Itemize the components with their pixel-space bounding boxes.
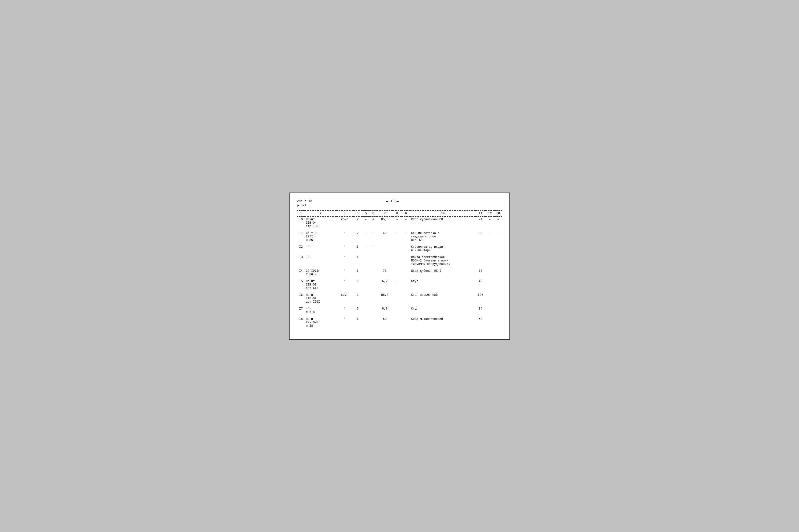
cell-0-11: – [486, 216, 494, 229]
cell-3-10 [475, 254, 486, 266]
cell-7-10: 84 [475, 306, 486, 315]
th-11: II [475, 210, 486, 216]
cell-4-5 [370, 268, 377, 277]
cell-5-2: " [336, 279, 353, 290]
header-line2: р 8-I [297, 203, 312, 208]
cell-6-11 [486, 292, 494, 304]
cell-7-2: " [336, 306, 353, 315]
cell-5-0: I5 [297, 279, 305, 290]
cell-2-10 [475, 244, 486, 253]
cell-0-8: – [402, 216, 410, 229]
cell-4-7 [393, 268, 402, 277]
th-2: 2 [305, 210, 336, 216]
cell-5-1: Пр-нт IIB-0I арт 6I3 [305, 279, 336, 290]
column-headers: I 2 3 4 5 6 7 8 9 I0 II I2 I8 [297, 210, 502, 216]
cell-1-5: – [370, 231, 377, 242]
cell-8-7 [393, 317, 402, 328]
th-5: 5 [362, 210, 370, 216]
cell-6-2: комп [336, 292, 353, 304]
spacer-row [297, 315, 502, 317]
cell-4-10: 78 [475, 268, 486, 277]
cell-8-6: 50 [377, 317, 393, 328]
cell-5-8 [402, 279, 410, 290]
cell-6-5 [370, 292, 377, 304]
cell-4-4 [362, 268, 370, 277]
cell-2-4: – [362, 244, 370, 253]
cell-2-3: I [353, 244, 362, 253]
th-8: 8 [393, 210, 402, 216]
cell-2-12 [494, 244, 502, 253]
cell-5-3: 6 [353, 279, 362, 290]
cell-7-3: 5 [353, 306, 362, 315]
cell-5-10: 40 [475, 279, 486, 290]
cell-1-8: – [402, 231, 410, 242]
cell-4-2: " [336, 268, 353, 277]
cell-6-8 [402, 292, 410, 304]
cell-3-2: " [336, 254, 353, 266]
table-wrapper: I 2 3 4 5 6 7 8 9 I0 II I2 I8 I0Пр-нт II… [297, 210, 502, 328]
cell-8-4 [362, 317, 370, 328]
cell-2-11 [486, 244, 494, 253]
spacer-row [297, 277, 502, 279]
cell-5-4 [362, 279, 370, 290]
spacer-row [297, 229, 502, 231]
cell-7-11 [486, 306, 494, 315]
spacer-row [297, 253, 502, 254]
cell-0-6: 85,8 [377, 216, 393, 229]
spacer-row [297, 304, 502, 306]
cell-7-9: Стул [410, 306, 475, 315]
cell-6-12 [494, 292, 502, 304]
cell-8-9: Сейф металлический [410, 317, 475, 328]
th-10: I0 [410, 210, 475, 216]
cell-3-12 [494, 254, 502, 266]
cell-0-10: 7I [475, 216, 486, 229]
cell-4-6: 78 [377, 268, 393, 277]
table-row: I7-"- п 6I8"56,7Стул84 [297, 306, 502, 315]
cell-8-11 [486, 317, 494, 328]
header-area: 284-5-I8 р 8-I — I50— [297, 199, 502, 208]
cell-4-0: I4 [297, 268, 305, 277]
header-center: — I50— [312, 199, 472, 203]
cell-3-11 [486, 254, 494, 266]
cell-7-12 [494, 306, 502, 315]
th-9: 9 [402, 210, 410, 216]
cell-7-8 [402, 306, 410, 315]
table-row: I3-"-"IПлита электрическая ПЭСМ-2 (учтен… [297, 254, 502, 266]
th-3: 3 [336, 210, 353, 216]
cell-5-9: Стул [410, 279, 475, 290]
table-row: I6Пр-нт IIB-0I арт I50Iкомп385,8Стол пис… [297, 292, 502, 304]
table-row: I0Пр-нт IIB-04 стр I50Iкомп2–#85,8––Стол… [297, 216, 502, 229]
cell-8-12 [494, 317, 502, 328]
cell-8-1: Пр-нт 29-I0-0I п 28 [305, 317, 336, 328]
cell-0-7: – [393, 216, 402, 229]
cell-3-0: I3 [297, 254, 305, 266]
cell-5-6: 6,7 [377, 279, 393, 290]
th-6: 6 [370, 210, 377, 216]
spacer-row [297, 266, 502, 268]
table-row: IIСб т 8 I97I г п 86"2––40––Секция-встав… [297, 231, 502, 242]
cell-8-8 [402, 317, 410, 328]
cell-4-11 [486, 268, 494, 277]
cell-1-1: Сб т 8 I97I г п 86 [305, 231, 336, 242]
cell-5-12 [494, 279, 502, 290]
cell-1-3: 2 [353, 231, 362, 242]
cell-0-4: – [362, 216, 370, 229]
table-row: I4Сб I97Iг т 3п 9"I78Шкаф д/белья ЖБ-I78 [297, 268, 502, 277]
cell-4-9: Шкаф д/белья ЖБ-I [410, 268, 475, 277]
table-row: I5Пр-нт IIB-0I арт 6I3"66,7–Стул40 [297, 279, 502, 290]
cell-3-1: -"- [305, 254, 336, 266]
cell-3-9: Плита электрическая ПЭСМ-2 (учтены в мон… [410, 254, 475, 266]
table-row: I2-"-"I––Стерилизатор-входит в инвентарь [297, 244, 502, 253]
cell-1-6: 40 [377, 231, 393, 242]
cell-2-1: -"- [305, 244, 336, 253]
cell-2-6 [377, 244, 393, 253]
cell-2-0: I2 [297, 244, 305, 253]
spacer-row [297, 290, 502, 292]
cell-8-3: I [353, 317, 362, 328]
cell-8-0: I8 [297, 317, 305, 328]
cell-6-10: I06 [475, 292, 486, 304]
cell-2-5: – [370, 244, 377, 253]
cell-2-2: " [336, 244, 353, 253]
cell-0-1: Пр-нт IIB-04 стр I50I [305, 216, 336, 229]
cell-1-11: – [486, 231, 494, 242]
